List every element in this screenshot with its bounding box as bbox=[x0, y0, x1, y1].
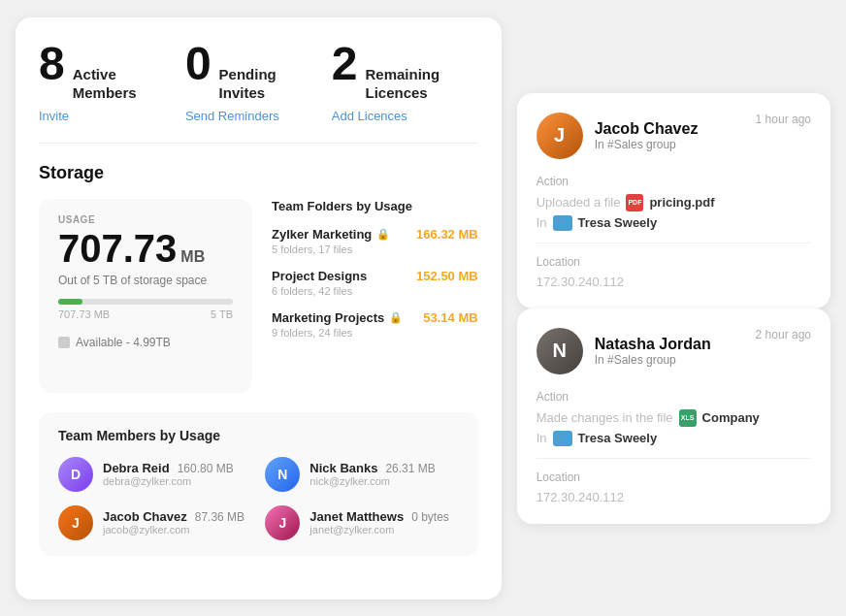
available-row: Available - 4.99TB bbox=[58, 336, 233, 349]
storage-section: Storage USAGE 707.73 MB Out of 5 TB of s… bbox=[39, 163, 478, 393]
member-item: J Jacob Chavez 87.36 MB jacob@zylker.com bbox=[58, 505, 251, 540]
stat-remaining-licences: 2 RemainingLicences Add Licences bbox=[332, 41, 478, 123]
folder-name: Marketing Projects 🔒 bbox=[272, 310, 403, 325]
member-item: D Debra Reid 160.80 MB debra@zylker.com bbox=[58, 457, 251, 492]
usage-subtitle: Out of 5 TB of storage space bbox=[58, 274, 233, 287]
available-text: Available - 4.99TB bbox=[76, 336, 171, 349]
progress-fill bbox=[58, 299, 82, 305]
folder-name: Zylker Marketing 🔒 bbox=[272, 227, 390, 242]
activity-cards: J Jacob Chavez In #Sales group 1 hour ag… bbox=[517, 93, 830, 524]
available-icon bbox=[58, 337, 70, 348]
action-prefix: Made changes in the file bbox=[537, 410, 673, 425]
avatar: J bbox=[58, 505, 93, 540]
team-members-box: Team Members by Usage D Debra Reid 160.8… bbox=[39, 412, 478, 556]
user-info: Jacob Chavez In #Sales group bbox=[595, 120, 744, 151]
user-name: Natasha Jordan bbox=[595, 336, 744, 353]
progress-left: 707.73 MB bbox=[58, 308, 110, 320]
folder-meta: 5 folders, 17 files bbox=[272, 243, 478, 255]
add-licences-link[interactable]: Add Licences bbox=[332, 109, 407, 123]
time-ago: 1 hour ago bbox=[756, 113, 811, 126]
location-text: 172.30.240.112 bbox=[537, 275, 811, 289]
stats-row: 8 ActiveMembers Invite 0 PendingInvites … bbox=[39, 41, 478, 144]
avatar: D bbox=[58, 457, 93, 492]
location-label: Location bbox=[537, 255, 811, 269]
folder-icon bbox=[553, 431, 572, 446]
active-members-number: 8 bbox=[39, 41, 65, 87]
member-item: J Janet Matthews 0 bytes janet@zylker.co… bbox=[265, 505, 458, 540]
member-size: 87.36 MB bbox=[195, 510, 244, 524]
active-members-label: ActiveMembers bbox=[73, 65, 137, 103]
left-panel: 8 ActiveMembers Invite 0 PendingInvites … bbox=[16, 17, 502, 600]
action-prefix: Uploaded a file bbox=[537, 195, 621, 210]
folder-meta: 6 folders, 42 files bbox=[272, 285, 478, 297]
usage-label: USAGE bbox=[58, 214, 233, 225]
xls-icon: XLS bbox=[679, 409, 697, 427]
in-row: In Tresa Sweely bbox=[537, 215, 811, 231]
member-item: N Nick Banks 26.31 MB nick@zylker.com bbox=[265, 457, 458, 492]
action-label: Action bbox=[537, 390, 811, 404]
location-text: 172.30.240.112 bbox=[537, 490, 811, 504]
folder-size: 152.50 MB bbox=[416, 269, 478, 283]
in-folder-name: Tresa Sweely bbox=[578, 215, 658, 230]
user-group: In #Sales group bbox=[595, 353, 744, 367]
action-text: Made changes in the file XLS Company bbox=[537, 409, 811, 427]
user-avatar: N bbox=[537, 328, 583, 374]
user-info: Natasha Jordan In #Sales group bbox=[595, 336, 744, 367]
user-name: Jacob Chavez bbox=[595, 120, 744, 138]
member-info: Nick Banks 26.31 MB nick@zylker.com bbox=[309, 461, 435, 487]
folder-size: 53.14 MB bbox=[423, 310, 477, 325]
folder-item: Project Designs 152.50 MB 6 folders, 42 … bbox=[272, 269, 478, 297]
send-reminders-link[interactable]: Send Reminders bbox=[185, 109, 279, 123]
action-filename: pricing.pdf bbox=[649, 195, 714, 210]
team-members-title: Team Members by Usage bbox=[58, 428, 459, 443]
invite-link[interactable]: Invite bbox=[39, 109, 69, 123]
member-email: janet@zylker.com bbox=[309, 524, 449, 535]
in-row: In Tresa Sweely bbox=[537, 431, 811, 446]
member-info: Jacob Chavez 87.36 MB jacob@zylker.com bbox=[103, 509, 244, 535]
member-email: debra@zylker.com bbox=[103, 475, 234, 487]
usage-box: USAGE 707.73 MB Out of 5 TB of storage s… bbox=[39, 199, 252, 393]
card-header: J Jacob Chavez In #Sales group 1 hour ag… bbox=[537, 113, 811, 159]
time-ago: 2 hour ago bbox=[756, 328, 811, 341]
stat-active-members: 8 ActiveMembers Invite bbox=[39, 41, 185, 123]
user-avatar: J bbox=[537, 113, 583, 159]
member-name: Debra Reid bbox=[103, 461, 170, 475]
right-panel: J Jacob Chavez In #Sales group 1 hour ag… bbox=[517, 93, 830, 524]
storage-title: Storage bbox=[39, 163, 478, 183]
member-size: 160.80 MB bbox=[178, 462, 234, 475]
activity-card: N Natasha Jordan In #Sales group 2 hour … bbox=[517, 308, 830, 524]
in-label: In bbox=[537, 215, 547, 230]
member-size: 0 bytes bbox=[411, 510, 449, 524]
folder-size: 166.32 MB bbox=[416, 227, 478, 242]
pending-invites-number: 0 bbox=[185, 41, 212, 87]
folder-item: Marketing Projects 🔒 53.14 MB 9 folders,… bbox=[272, 310, 478, 339]
member-email: nick@zylker.com bbox=[309, 475, 435, 487]
action-text: Uploaded a file PDF pricing.pdf bbox=[537, 194, 811, 211]
members-grid: D Debra Reid 160.80 MB debra@zylker.com … bbox=[58, 457, 459, 540]
member-name: Jacob Chavez bbox=[103, 509, 187, 524]
stat-pending-invites: 0 PendingInvites Send Reminders bbox=[185, 41, 332, 123]
in-label: In bbox=[537, 431, 547, 445]
progress-right: 5 TB bbox=[211, 308, 233, 320]
lock-icon: 🔒 bbox=[389, 311, 403, 324]
usage-number: 707.73 bbox=[58, 229, 177, 268]
member-size: 26.31 MB bbox=[385, 462, 435, 475]
action-filename: Company bbox=[702, 410, 760, 425]
avatar: N bbox=[265, 457, 300, 492]
member-name: Janet Matthews bbox=[309, 509, 404, 524]
member-email: jacob@zylker.com bbox=[103, 524, 244, 535]
pdf-icon: PDF bbox=[626, 194, 643, 211]
in-folder-name: Tresa Sweely bbox=[578, 431, 658, 445]
member-info: Janet Matthews 0 bytes janet@zylker.com bbox=[309, 509, 449, 535]
remaining-licences-number: 2 bbox=[332, 41, 358, 87]
folder-item: Zylker Marketing 🔒 166.32 MB 5 folders, … bbox=[272, 227, 478, 255]
pending-invites-label: PendingInvites bbox=[219, 65, 277, 103]
avatar: J bbox=[265, 505, 300, 540]
folders-list: Zylker Marketing 🔒 166.32 MB 5 folders, … bbox=[272, 227, 478, 339]
location-label: Location bbox=[537, 470, 811, 484]
usage-unit: MB bbox=[180, 248, 205, 266]
folders-title: Team Folders by Usage bbox=[272, 199, 478, 213]
remaining-licences-label: RemainingLicences bbox=[365, 65, 439, 103]
activity-card: J Jacob Chavez In #Sales group 1 hour ag… bbox=[517, 93, 830, 308]
progress-bar bbox=[58, 299, 233, 305]
